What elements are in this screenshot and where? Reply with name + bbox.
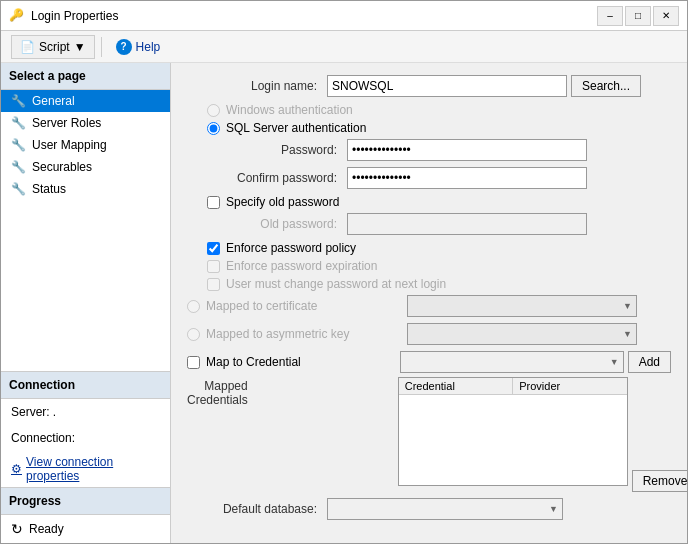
sidebar-item-server-roles-label: Server Roles	[32, 116, 101, 130]
mapped-asym-dropdown-arrow: ▼	[623, 329, 632, 339]
script-button[interactable]: 📄 Script ▼	[11, 35, 95, 59]
progress-section-header: Progress	[1, 487, 170, 515]
close-button[interactable]: ✕	[653, 6, 679, 26]
connection-link-icon: ⚙	[11, 462, 22, 476]
map-to-credential-label: Map to Credential	[206, 355, 301, 369]
default-database-row: Default database: ▼	[187, 498, 671, 520]
sidebar-item-securables[interactable]: 🔧 Securables	[1, 156, 170, 178]
enforce-expiration-row: Enforce password expiration	[187, 259, 671, 273]
sidebar: Select a page 🔧 General 🔧 Server Roles 🔧…	[1, 63, 171, 543]
sidebar-item-general[interactable]: 🔧 General	[1, 90, 170, 112]
general-icon: 🔧	[11, 94, 26, 108]
mapped-asym-label: Mapped to asymmetric key	[206, 327, 349, 341]
confirm-password-row: Confirm password:	[187, 167, 671, 189]
specify-old-password-row: Specify old password	[187, 195, 671, 209]
maximize-button[interactable]: □	[625, 6, 651, 26]
enforce-policy-row: Enforce password policy	[187, 241, 671, 255]
map-credential-dropdown-arrow: ▼	[610, 357, 619, 367]
sidebar-item-user-mapping-label: User Mapping	[32, 138, 107, 152]
mapped-cert-label: Mapped to certificate	[206, 299, 317, 313]
server-roles-icon: 🔧	[11, 116, 26, 130]
mapped-cert-radio[interactable]	[187, 300, 200, 313]
old-password-label: Old password:	[207, 217, 347, 231]
progress-status: Ready	[29, 522, 64, 536]
title-bar: 🔑 Login Properties – □ ✕	[1, 1, 687, 31]
sidebar-item-user-mapping[interactable]: 🔧 User Mapping	[1, 134, 170, 156]
windows-auth-row: Windows authentication	[187, 103, 671, 117]
enforce-policy-label: Enforce password policy	[226, 241, 356, 255]
remove-button[interactable]: Remove	[632, 470, 687, 492]
map-to-credential-row: Map to Credential ▼ Add	[187, 351, 671, 373]
help-label: Help	[136, 40, 161, 54]
server-value: .	[53, 405, 56, 419]
provider-col-header: Provider	[513, 378, 627, 394]
credentials-table: Credential Provider	[398, 377, 628, 486]
sidebar-item-general-label: General	[32, 94, 75, 108]
login-name-row: Login name: Search...	[187, 75, 671, 97]
credentials-table-body	[399, 395, 627, 485]
map-credential-checkbox[interactable]	[187, 356, 200, 369]
sidebar-item-server-roles[interactable]: 🔧 Server Roles	[1, 112, 170, 134]
password-input[interactable]	[347, 139, 587, 161]
sql-auth-row: SQL Server authentication	[187, 121, 671, 135]
credentials-table-header: Credential Provider	[399, 378, 627, 395]
script-icon: 📄	[20, 40, 35, 54]
main-area: Select a page 🔧 General 🔧 Server Roles 🔧…	[1, 63, 687, 543]
sidebar-item-status[interactable]: 🔧 Status	[1, 178, 170, 200]
progress-info: ↻ Ready	[1, 515, 170, 543]
mapped-credentials-row: Mapped Credentials Credential Provider R…	[187, 377, 671, 492]
mapped-cert-dropdown-arrow: ▼	[623, 301, 632, 311]
mapped-to-asymmetric-row: Mapped to asymmetric key ▼	[187, 323, 671, 345]
login-name-input[interactable]	[327, 75, 567, 97]
user-must-change-row: User must change password at next login	[187, 277, 671, 291]
view-connection-properties-link[interactable]: ⚙ View connection properties	[1, 451, 170, 487]
password-label: Password:	[207, 143, 347, 157]
mapped-cert-dropdown[interactable]: ▼	[407, 295, 637, 317]
specify-old-password-checkbox[interactable]	[207, 196, 220, 209]
password-row: Password:	[187, 139, 671, 161]
mapped-credentials-label: Mapped Credentials	[187, 377, 258, 407]
toolbar-separator	[101, 37, 102, 57]
windows-auth-radio[interactable]	[207, 104, 220, 117]
server-info: Server: .	[1, 399, 170, 425]
sidebar-item-status-label: Status	[32, 182, 66, 196]
old-password-row: Old password:	[187, 213, 671, 235]
window-title: Login Properties	[31, 9, 597, 23]
content-area: Login name: Search... Windows authentica…	[171, 63, 687, 543]
confirm-password-label: Confirm password:	[207, 171, 347, 185]
user-must-change-label: User must change password at next login	[226, 277, 446, 291]
connection-info: Connection:	[1, 425, 170, 451]
enforce-policy-checkbox[interactable]	[207, 242, 220, 255]
status-icon: 🔧	[11, 182, 26, 196]
script-dropdown-icon: ▼	[74, 40, 86, 54]
user-must-change-checkbox[interactable]	[207, 278, 220, 291]
map-credential-dropdown[interactable]: ▼	[400, 351, 623, 373]
add-button[interactable]: Add	[628, 351, 671, 373]
confirm-password-input[interactable]	[347, 167, 587, 189]
enforce-expiration-label: Enforce password expiration	[226, 259, 377, 273]
sql-auth-radio[interactable]	[207, 122, 220, 135]
default-database-dropdown[interactable]: ▼	[327, 498, 563, 520]
toolbar: 📄 Script ▼ ? Help	[1, 31, 687, 63]
sql-auth-label: SQL Server authentication	[226, 121, 366, 135]
mapped-asym-dropdown[interactable]: ▼	[407, 323, 637, 345]
connection-link-label: View connection properties	[26, 455, 160, 483]
search-button[interactable]: Search...	[571, 75, 641, 97]
help-icon: ?	[116, 39, 132, 55]
help-button[interactable]: ? Help	[108, 36, 169, 58]
progress-spinner: ↻	[11, 521, 23, 537]
login-properties-window: 🔑 Login Properties – □ ✕ 📄 Script ▼ ? He…	[0, 0, 688, 544]
sidebar-item-securables-label: Securables	[32, 160, 92, 174]
connection-label: Connection:	[11, 431, 75, 445]
credential-col-header: Credential	[399, 378, 514, 394]
user-mapping-icon: 🔧	[11, 138, 26, 152]
server-label: Server:	[11, 405, 50, 419]
sidebar-header: Select a page	[1, 63, 170, 90]
enforce-expiration-checkbox[interactable]	[207, 260, 220, 273]
windows-auth-label: Windows authentication	[226, 103, 353, 117]
minimize-button[interactable]: –	[597, 6, 623, 26]
window-controls: – □ ✕	[597, 6, 679, 26]
specify-old-password-label: Specify old password	[226, 195, 339, 209]
old-password-input[interactable]	[347, 213, 587, 235]
mapped-asym-radio[interactable]	[187, 328, 200, 341]
